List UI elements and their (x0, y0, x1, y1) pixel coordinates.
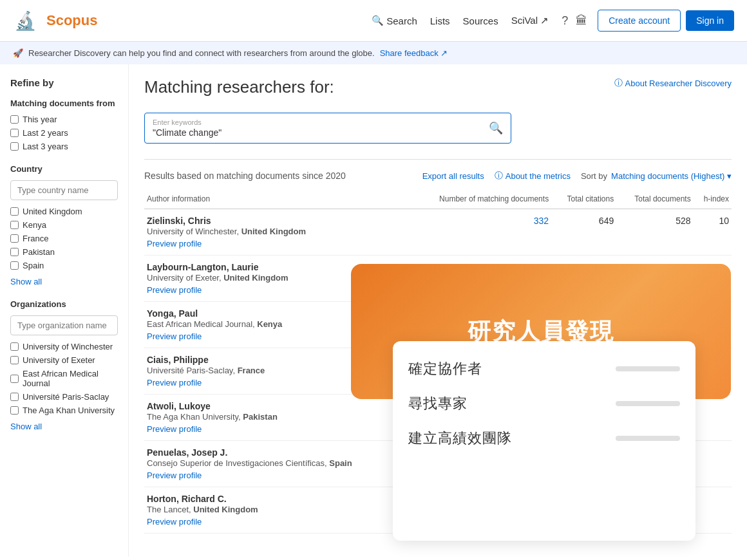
checkbox-eamj[interactable] (10, 375, 19, 383)
show-all-orgs[interactable]: Show all (10, 422, 42, 431)
author-name-2: Yonga, Paul (147, 308, 198, 319)
metrics-info-icon: ⓘ (495, 170, 503, 182)
checkbox-pakistan[interactable] (10, 248, 19, 256)
author-cell-2: Yonga, Paul East African Medical Journal… (144, 302, 408, 348)
preview-profile-link-2[interactable]: Preview profile (147, 331, 405, 341)
filter-uk[interactable]: United Kingdom (10, 207, 118, 216)
table-header: Author information Number of matching do… (144, 189, 732, 209)
banner-feedback-link[interactable]: Share feedback ↗ (380, 48, 448, 58)
filter-last-2-years[interactable]: Last 2 years (10, 128, 118, 138)
nav-lists[interactable]: Lists (430, 15, 450, 26)
logo-text[interactable]: Scopus (46, 12, 97, 29)
citations-cell-0: 649 (551, 209, 616, 256)
preview-profile-link-3[interactable]: Preview profile (147, 378, 405, 387)
about-metrics-link[interactable]: ⓘ About the metrics (495, 170, 571, 182)
checkbox-aga-khan[interactable] (10, 406, 19, 415)
country-title: Country (10, 164, 118, 174)
documents-cell-3 (616, 348, 693, 395)
checkbox-uk[interactable] (10, 207, 19, 216)
sign-in-button[interactable]: Sign in (686, 10, 734, 31)
table-row: Horton, Richard C. The Lancet, United Ki… (144, 487, 732, 534)
banner-rocket-icon: 🚀 (13, 48, 23, 58)
checkbox-this-year[interactable] (10, 115, 19, 124)
citations-cell-6 (551, 487, 616, 534)
preview-profile-link-4[interactable]: Preview profile (147, 424, 405, 434)
preview-profile-link-1[interactable]: Preview profile (147, 285, 405, 295)
documents-cell-4 (616, 395, 693, 441)
matching-cell-0: 332 (408, 209, 551, 256)
author-name-5: Penuelas, Josep J. (147, 447, 227, 458)
checkbox-france[interactable] (10, 234, 19, 243)
filter-france[interactable]: France (10, 234, 118, 243)
author-cell-3: Ciais, Philippe Université Paris-Saclay,… (144, 348, 408, 395)
filter-winchester[interactable]: University of Winchester (10, 342, 118, 351)
col-matching: Number of matching documents (408, 189, 551, 209)
col-documents: Total documents (616, 189, 693, 209)
preview-profile-link-0[interactable]: Preview profile (147, 239, 405, 248)
export-results-link[interactable]: Export all results (422, 171, 484, 181)
filter-last-3-years[interactable]: Last 3 years (10, 142, 118, 151)
about-researcher-discovery-link[interactable]: ⓘ About Researcher Discovery (614, 77, 732, 89)
checkbox-exeter[interactable] (10, 356, 19, 364)
filter-pakistan[interactable]: Pakistan (10, 247, 118, 257)
checkbox-paris-saclay[interactable] (10, 393, 19, 401)
organization-input[interactable] (10, 315, 118, 335)
nav-scival[interactable]: SciVal ↗ (511, 15, 549, 26)
divider (144, 159, 732, 160)
help-icon[interactable]: ? (562, 14, 568, 28)
filter-eamj[interactable]: East African Medical Journal (10, 369, 118, 388)
show-all-countries[interactable]: Show all (10, 277, 42, 286)
filter-spain[interactable]: Spain (10, 261, 118, 270)
search-label: Enter keywords (153, 118, 489, 126)
author-name-6: Horton, Richard C. (147, 494, 227, 504)
checkbox-last-2-years[interactable] (10, 129, 19, 137)
nav-search[interactable]: 🔍 Search (372, 15, 417, 26)
checkbox-winchester[interactable] (10, 342, 19, 351)
citations-cell-4 (551, 395, 616, 441)
documents-cell-5 (616, 441, 693, 487)
documents-cell-2 (616, 302, 693, 348)
country-section: Country United Kingdom Kenya France Paki… (10, 164, 118, 286)
filter-exeter[interactable]: University of Exeter (10, 355, 118, 365)
author-affil-4: The Aga Khan University, Pakistan (147, 412, 278, 422)
institution-icon[interactable]: 🏛 (576, 14, 587, 28)
matching-cell-6 (408, 487, 551, 534)
preview-profile-link-5[interactable]: Preview profile (147, 471, 405, 480)
author-affil-6: The Lancet, United Kingdom (147, 505, 258, 514)
create-account-button[interactable]: Create account (598, 10, 681, 32)
results-subtitle: Results based on matching documents sinc… (144, 171, 346, 181)
checkbox-spain[interactable] (10, 261, 19, 270)
country-input[interactable] (10, 180, 118, 200)
main-nav: 🔍 Search Lists Sources SciVal ↗ (372, 15, 549, 26)
sidebar: Refine by Matching documents from This y… (0, 64, 129, 557)
documents-cell-0: 528 (616, 209, 693, 256)
checkbox-kenya[interactable] (10, 221, 19, 229)
results-actions: Export all results ⓘ About the metrics S… (422, 170, 732, 182)
citations-cell-2 (551, 302, 616, 348)
preview-profile-link-6[interactable]: Preview profile (147, 517, 405, 527)
banner-text: Researcher Discovery can help you find a… (28, 48, 375, 58)
author-affil-3: Université Paris-Saclay, France (147, 366, 265, 375)
filter-aga-khan[interactable]: The Aga Khan University (10, 406, 118, 415)
svg-text:🔬: 🔬 (14, 10, 37, 32)
matching-cell-5 (408, 441, 551, 487)
filter-this-year[interactable]: This year (10, 115, 118, 124)
table-row: Atwoli, Lukoye The Aga Khan University, … (144, 395, 732, 441)
nav-sources[interactable]: Sources (463, 15, 498, 26)
checkbox-last-3-years[interactable] (10, 142, 19, 151)
sort-dropdown[interactable]: Matching documents (Highest) ▾ (611, 171, 732, 181)
search-input[interactable] (153, 127, 489, 138)
col-author: Author information (144, 189, 408, 209)
author-name-3: Ciais, Philippe (147, 355, 209, 365)
author-name-0: Zielinski, Chris (147, 216, 211, 226)
col-hindex: h-index (694, 189, 732, 209)
announcement-banner: 🚀 Researcher Discovery can help you find… (0, 42, 747, 64)
author-affil-0: University of Winchester, United Kingdom (147, 227, 306, 236)
main-container: Refine by Matching documents from This y… (0, 64, 747, 557)
filter-paris-saclay[interactable]: Université Paris-Saclay (10, 392, 118, 402)
filter-kenya[interactable]: Kenya (10, 220, 118, 230)
organizations-section: Organizations University of Winchester U… (10, 299, 118, 431)
author-cell-1: Laybourn-Langton, Laurie University of E… (144, 256, 408, 302)
citations-cell-5 (551, 441, 616, 487)
search-submit-button[interactable]: 🔍 (489, 121, 503, 135)
